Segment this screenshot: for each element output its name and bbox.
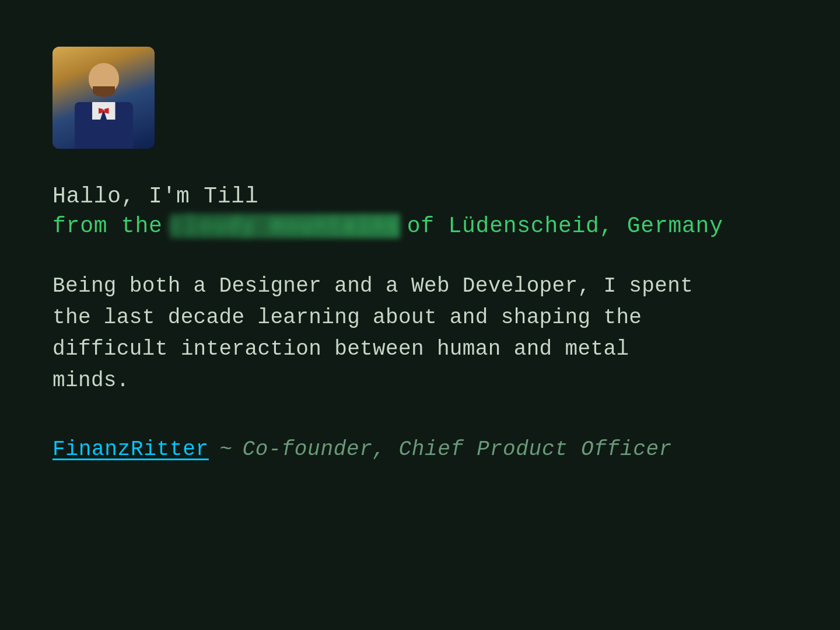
footer-separator: ~ <box>219 438 232 461</box>
bio-section: Being both a Designer and a Web Develope… <box>52 271 788 397</box>
avatar <box>52 47 155 149</box>
greeting-line2: from the cloudy mountains of Lüdenscheid… <box>52 214 788 239</box>
avatar-beard <box>93 86 115 97</box>
footer-section: FinanzRitter ~ Co-founder, Chief Product… <box>52 438 788 461</box>
role-text: Co-founder, Chief Product Officer <box>243 438 673 461</box>
greeting-line1: Hallo, I'm Till <box>52 184 788 209</box>
greeting-prefix: from the <box>52 214 163 239</box>
page-container: Hallo, I'm Till from the cloudy mountain… <box>0 0 840 508</box>
avatar-figure <box>52 47 155 149</box>
company-link[interactable]: FinanzRitter <box>52 438 209 461</box>
greeting-suffix: of Lüdenscheid, Germany <box>407 214 723 239</box>
avatar-section <box>52 47 788 149</box>
avatar-bowtie <box>99 108 109 114</box>
greeting-section: Hallo, I'm Till from the cloudy mountain… <box>52 184 788 239</box>
bio-text: Being both a Designer and a Web Develope… <box>52 271 694 397</box>
greeting-blurred: cloudy mountains <box>170 214 400 239</box>
